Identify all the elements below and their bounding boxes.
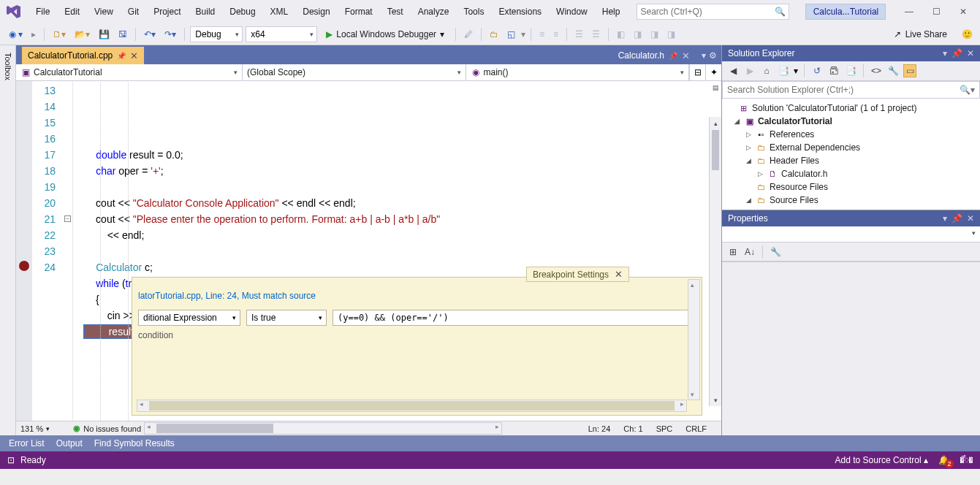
pin-icon[interactable]: 📌 bbox=[117, 52, 126, 60]
tab-output[interactable]: Output bbox=[56, 438, 83, 448]
menu-analyze[interactable]: Analyze bbox=[411, 4, 456, 20]
sync-icon[interactable]: ↺ bbox=[810, 64, 824, 77]
show-all-icon[interactable]: <> bbox=[870, 64, 883, 77]
search-box[interactable]: Search (Ctrl+Q) 🔍 bbox=[637, 4, 789, 20]
vertical-scrollbar[interactable]: ▤ ▴ ▾ bbox=[709, 117, 721, 406]
bp-vscroll[interactable]: ▴ ▾ bbox=[688, 279, 700, 400]
panel-pin-icon[interactable]: 📌 bbox=[951, 48, 962, 58]
condition-expression-input[interactable] bbox=[333, 310, 696, 326]
horizontal-scrollbar[interactable]: ◂ ▸ bbox=[137, 400, 687, 412]
collapse-icon[interactable]: 📑 bbox=[844, 64, 857, 77]
col-indicator[interactable]: Ch: 1 bbox=[623, 424, 642, 433]
scroll-thumb[interactable] bbox=[712, 130, 719, 170]
scroll-down-icon[interactable]: ▾ bbox=[710, 394, 721, 406]
back-icon[interactable]: ◀ bbox=[726, 64, 740, 77]
menu-test[interactable]: Test bbox=[381, 4, 410, 20]
spaces-indicator[interactable]: SPC bbox=[656, 424, 673, 433]
scroll-up-icon[interactable]: ▴ bbox=[710, 117, 721, 129]
nav-back-button[interactable]: ◉ ▾ bbox=[6, 26, 26, 42]
save-all-button[interactable]: 🖫 bbox=[115, 26, 130, 42]
zoom-dropdown-icon[interactable]: ▾ bbox=[46, 425, 50, 432]
tree-external-deps[interactable]: ▷🗀External Dependencies bbox=[722, 141, 980, 154]
code-line-14[interactable]: char oper = '+'; bbox=[73, 163, 721, 179]
indent-icon[interactable]: ≡ bbox=[536, 26, 547, 42]
resize-grip-icon[interactable]: �ే� bbox=[960, 455, 973, 465]
menu-help[interactable]: Help bbox=[596, 4, 627, 20]
redo-button[interactable]: ↷▾ bbox=[162, 26, 179, 42]
menu-tools[interactable]: Tools bbox=[457, 4, 490, 20]
tree-calculator-h[interactable]: ▷🗋Calculator.h bbox=[722, 167, 980, 180]
menu-xml[interactable]: XML bbox=[264, 4, 295, 20]
close-tab-icon[interactable]: ✕ bbox=[130, 50, 138, 61]
eol-indicator[interactable]: CRLF bbox=[685, 424, 707, 433]
menu-file[interactable]: File bbox=[29, 4, 56, 20]
outdent-icon[interactable]: ≡ bbox=[550, 26, 561, 42]
line-indicator[interactable]: Ln: 24 bbox=[588, 424, 611, 433]
nav-split-icon[interactable]: ⊟ bbox=[689, 64, 705, 80]
new-item-button[interactable]: 🗋▾ bbox=[50, 26, 69, 42]
code-line-19[interactable] bbox=[73, 243, 721, 259]
code-line-15[interactable] bbox=[73, 179, 721, 195]
code-line-16[interactable]: cout << "Calculator Console Application"… bbox=[73, 195, 721, 211]
panel-pin-icon[interactable]: 📌 bbox=[951, 213, 962, 224]
save-button[interactable]: 💾 bbox=[96, 26, 113, 42]
tab-error-list[interactable]: Error List bbox=[9, 438, 45, 448]
close-button[interactable]: ✕ bbox=[960, 7, 967, 17]
tab-dropdown-icon[interactable]: ▾ bbox=[702, 50, 706, 61]
switch-view-icon[interactable]: 📑 bbox=[777, 64, 790, 77]
tab-inactive[interactable]: Calculator.h 📌 ✕ bbox=[611, 47, 697, 64]
properties-icon[interactable]: 🔧 bbox=[886, 64, 900, 77]
home-icon[interactable]: ⌂ bbox=[760, 64, 773, 77]
breakpoint-dot-icon[interactable] bbox=[19, 261, 29, 271]
horizontal-scrollbar[interactable]: ◂▸ bbox=[144, 422, 502, 435]
feedback-icon[interactable]: 🙂 bbox=[962, 29, 973, 39]
tab-active[interactable]: CalculatorTutorial.cpp 📌 ✕ bbox=[22, 47, 144, 64]
code-editor[interactable]: 131415161718192021222324 − double result… bbox=[16, 81, 721, 421]
open-button[interactable]: 📂▾ bbox=[72, 26, 93, 42]
code-line-18[interactable]: << endl; bbox=[73, 227, 721, 243]
live-share[interactable]: ↗ Live Share 🙂 bbox=[894, 29, 980, 39]
undo-button[interactable]: ↶▾ bbox=[141, 26, 159, 42]
menu-view[interactable]: View bbox=[88, 4, 120, 20]
nav-project-dropdown[interactable]: ▣CalculatorTutorial bbox=[16, 64, 243, 80]
solution-tree[interactable]: ⊞Solution 'CalculatorTutorial' (1 of 1 p… bbox=[722, 99, 980, 210]
config-dropdown[interactable]: Debug bbox=[190, 26, 243, 42]
preview-icon[interactable]: ▭ bbox=[903, 64, 916, 77]
uncomment-icon[interactable]: ☰ bbox=[589, 26, 603, 42]
nav-scope-dropdown[interactable]: (Global Scope) bbox=[243, 64, 466, 80]
tb-icon-3[interactable]: ◱ bbox=[504, 26, 518, 42]
tab-find-symbol[interactable]: Find Symbol Results bbox=[94, 438, 175, 448]
start-debug-button[interactable]: ▶Local Windows Debugger ▾ bbox=[320, 29, 450, 39]
menu-build[interactable]: Build bbox=[189, 4, 222, 20]
menu-edit[interactable]: Edit bbox=[58, 4, 86, 20]
fwd-icon[interactable]: ▶ bbox=[743, 64, 756, 77]
platform-dropdown[interactable]: x64 bbox=[246, 26, 317, 42]
nav-fwd-button[interactable]: ▸ bbox=[29, 26, 39, 42]
bookmark-next-icon[interactable]: ◨ bbox=[647, 26, 661, 42]
alphabetical-icon[interactable]: A↓ bbox=[743, 245, 756, 259]
tree-solution[interactable]: ⊞Solution 'CalculatorTutorial' (1 of 1 p… bbox=[722, 102, 980, 115]
tree-references[interactable]: ▷▪▫References bbox=[722, 128, 980, 141]
tb-icon-1[interactable]: 🖉 bbox=[461, 26, 476, 42]
solution-search[interactable]: Search Solution Explorer (Ctrl+;) 🔍▾ bbox=[722, 81, 980, 99]
properties-object-dropdown[interactable] bbox=[722, 226, 980, 242]
wrench-icon[interactable]: 🔧 bbox=[769, 245, 782, 259]
panel-close-icon[interactable]: ✕ bbox=[967, 213, 974, 224]
menu-format[interactable]: Format bbox=[338, 4, 379, 20]
code-line-17[interactable]: cout << "Please enter the operation to p… bbox=[73, 211, 721, 227]
menu-window[interactable]: Window bbox=[550, 4, 594, 20]
maximize-button[interactable]: ☐ bbox=[932, 7, 941, 17]
tab-settings-icon[interactable]: ⚙ bbox=[709, 50, 717, 61]
condition-eval-dropdown[interactable]: Is true bbox=[246, 310, 327, 326]
nav-plus-icon[interactable]: ✦ bbox=[705, 64, 721, 80]
close-tab-icon[interactable]: ✕ bbox=[682, 50, 690, 61]
toolbox-tab[interactable]: Toolbox bbox=[0, 45, 16, 435]
menu-design[interactable]: Design bbox=[296, 4, 336, 20]
tb-icon-2[interactable]: 🗀 bbox=[487, 26, 501, 42]
nav-function-dropdown[interactable]: ◉main() bbox=[466, 64, 690, 80]
menu-debug[interactable]: Debug bbox=[223, 4, 262, 20]
categorized-icon[interactable]: ⊞ bbox=[726, 245, 740, 259]
comment-icon[interactable]: ☰ bbox=[572, 26, 586, 42]
add-source-control[interactable]: Add to Source Control ▴ bbox=[835, 455, 928, 465]
tree-header-files[interactable]: ◢🗀Header Files bbox=[722, 154, 980, 167]
